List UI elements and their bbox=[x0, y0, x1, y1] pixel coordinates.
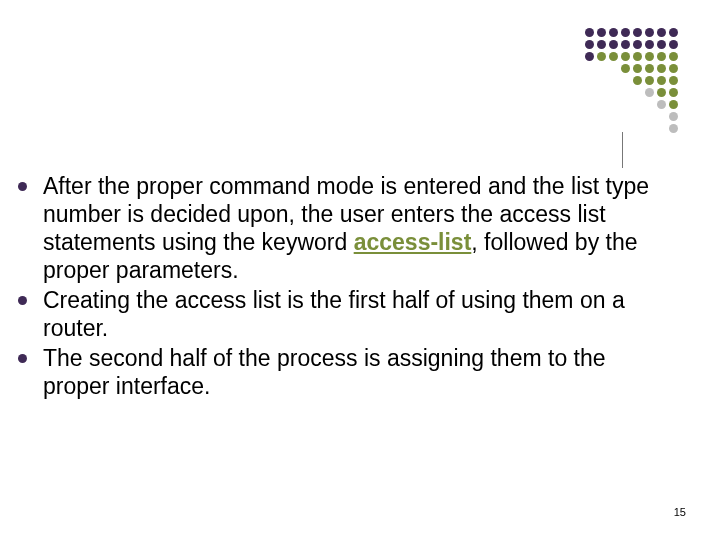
decor-dot bbox=[633, 52, 642, 61]
decor-dot bbox=[609, 40, 618, 49]
decor-dot bbox=[657, 40, 666, 49]
decor-dot bbox=[669, 64, 678, 73]
corner-decoration bbox=[568, 28, 678, 133]
bullet-list: After the proper command mode is entered… bbox=[18, 172, 658, 400]
bullet-icon bbox=[18, 182, 27, 191]
decor-dot bbox=[657, 88, 666, 97]
decor-dot bbox=[645, 88, 654, 97]
decor-dot bbox=[657, 100, 666, 109]
decor-dot bbox=[645, 76, 654, 85]
dot-row bbox=[621, 64, 678, 73]
bullet-item: After the proper command mode is entered… bbox=[18, 172, 658, 284]
vertical-rule bbox=[622, 132, 623, 168]
slide: After the proper command mode is entered… bbox=[0, 0, 720, 540]
decor-dot bbox=[609, 52, 618, 61]
decor-dot bbox=[657, 76, 666, 85]
decor-dot bbox=[585, 40, 594, 49]
dot-row bbox=[633, 76, 678, 85]
decor-dot bbox=[621, 28, 630, 37]
decor-dot bbox=[633, 28, 642, 37]
decor-dot bbox=[669, 28, 678, 37]
decor-dot bbox=[597, 40, 606, 49]
bullet-icon bbox=[18, 354, 27, 363]
page-number: 15 bbox=[674, 506, 686, 518]
decor-dot bbox=[609, 28, 618, 37]
decor-dot bbox=[585, 28, 594, 37]
decor-dot bbox=[657, 52, 666, 61]
dot-row bbox=[585, 40, 678, 49]
dot-row bbox=[669, 112, 678, 121]
keyword: access-list bbox=[354, 229, 472, 255]
decor-dot bbox=[645, 52, 654, 61]
decor-dot bbox=[669, 100, 678, 109]
decor-dot bbox=[585, 52, 594, 61]
bullet-icon bbox=[18, 296, 27, 305]
dot-row bbox=[645, 88, 678, 97]
decor-dot bbox=[597, 52, 606, 61]
decor-dot bbox=[633, 40, 642, 49]
dot-row bbox=[657, 100, 678, 109]
dot-row bbox=[585, 28, 678, 37]
decor-dot bbox=[669, 124, 678, 133]
decor-dot bbox=[645, 64, 654, 73]
bullet-text-pre: Creating the access list is the first ha… bbox=[43, 287, 625, 341]
dot-grid bbox=[568, 28, 678, 133]
bullet-text: After the proper command mode is entered… bbox=[43, 172, 658, 284]
dot-row bbox=[585, 52, 678, 61]
decor-dot bbox=[645, 28, 654, 37]
decor-dot bbox=[669, 112, 678, 121]
slide-body: After the proper command mode is entered… bbox=[18, 172, 658, 402]
decor-dot bbox=[633, 64, 642, 73]
decor-dot bbox=[633, 76, 642, 85]
decor-dot bbox=[669, 76, 678, 85]
bullet-text: Creating the access list is the first ha… bbox=[43, 286, 658, 342]
decor-dot bbox=[621, 64, 630, 73]
bullet-text: The second half of the process is assign… bbox=[43, 344, 658, 400]
decor-dot bbox=[621, 52, 630, 61]
decor-dot bbox=[645, 40, 654, 49]
decor-dot bbox=[669, 88, 678, 97]
decor-dot bbox=[657, 28, 666, 37]
bullet-item: Creating the access list is the first ha… bbox=[18, 286, 658, 342]
bullet-text-pre: The second half of the process is assign… bbox=[43, 345, 606, 399]
decor-dot bbox=[657, 64, 666, 73]
decor-dot bbox=[669, 40, 678, 49]
decor-dot bbox=[669, 52, 678, 61]
decor-dot bbox=[597, 28, 606, 37]
dot-row bbox=[669, 124, 678, 133]
decor-dot bbox=[621, 40, 630, 49]
bullet-item: The second half of the process is assign… bbox=[18, 344, 658, 400]
